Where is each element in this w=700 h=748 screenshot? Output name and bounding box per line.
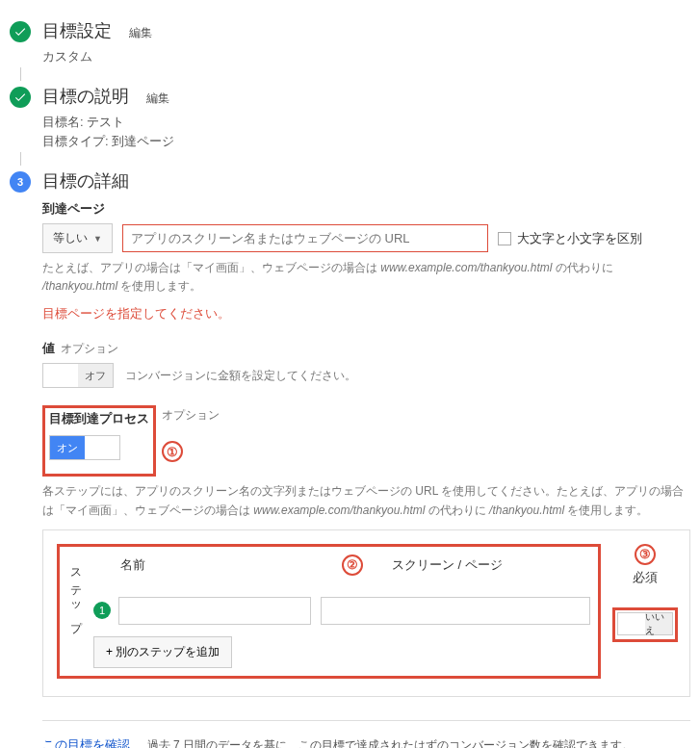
- case-sensitive-checkbox[interactable]: 大文字と小文字を区別: [498, 230, 642, 247]
- funnel-optional: オプション: [162, 408, 220, 422]
- connector: [20, 152, 21, 166]
- step1-subtitle: カスタム: [42, 48, 690, 65]
- required-toggle[interactable]: いいえ: [617, 612, 673, 635]
- annotation-2: ②: [342, 555, 363, 576]
- caret-down-icon: ▼: [93, 234, 102, 244]
- funnel-step-name-input[interactable]: [118, 597, 311, 625]
- step1-title: 目標設定: [42, 21, 112, 40]
- add-step-button[interactable]: + 別のステップを追加: [93, 636, 232, 668]
- match-type-value: 等しい: [53, 230, 88, 246]
- step2-done-icon: [10, 87, 31, 108]
- funnel-step-1-badge: 1: [93, 602, 111, 619]
- connector: [20, 67, 21, 81]
- match-type-dropdown[interactable]: 等しい ▼: [42, 223, 113, 253]
- funnel-step-screen-input[interactable]: [321, 597, 590, 625]
- annotation-3: ③: [635, 544, 656, 565]
- step1-done-icon: [10, 21, 31, 42]
- toggle-on-half: [43, 364, 78, 387]
- verify-goal-link[interactable]: この目標を確認: [42, 737, 130, 748]
- destination-error: 目標ページを指定してください。: [42, 305, 690, 322]
- destination-label: 到達ページ: [42, 200, 690, 218]
- destination-url-input[interactable]: [122, 224, 488, 252]
- funnel-label: 目標到達プロセス: [49, 410, 149, 427]
- annotation-box-3: いいえ: [612, 607, 678, 642]
- annotation-box-1: 目標到達プロセス オン: [42, 405, 156, 477]
- toggle-off-half: [85, 436, 119, 459]
- toggle-on-label: オン: [50, 436, 85, 459]
- col-required-label: 必須: [633, 569, 658, 586]
- step2-goal-name: 目標名: テスト: [42, 114, 690, 131]
- value-toggle[interactable]: オフ: [42, 363, 114, 388]
- toggle-off-label: オフ: [78, 364, 113, 387]
- annotation-1: ①: [162, 441, 183, 462]
- col-screen-label: スクリーン / ページ: [392, 556, 503, 574]
- destination-hint: たとえば、アプリの場合は「マイ画面」、ウェブページの場合は www.exampl…: [42, 259, 690, 296]
- annotation-box-2: ステップ 名前 ② スクリーン / ページ 1: [57, 544, 601, 679]
- col-step-label: ステップ: [67, 555, 84, 630]
- step3-title: 目標の詳細: [42, 171, 129, 191]
- funnel-hint: 各ステップには、アプリのスクリーン名の文字列またはウェブページの URL を使用…: [42, 482, 690, 519]
- step3-num-icon: 3: [10, 171, 31, 193]
- step2-goal-type: 目標タイプ: 到達ページ: [42, 133, 690, 150]
- funnel-steps-panel: ステップ 名前 ② スクリーン / ページ 1: [42, 529, 690, 697]
- toggle-yes-half: [618, 613, 645, 634]
- step2-edit-link[interactable]: 編集: [146, 91, 169, 105]
- case-sensitive-label: 大文字と小文字を区別: [517, 230, 642, 247]
- verify-desc: 過去 7 日間のデータを基に、この目標で達成されたはずのコンバージョン数を確認で…: [147, 738, 634, 748]
- value-hint: コンバージョンに金額を設定してください。: [125, 367, 356, 385]
- separator: [42, 720, 690, 721]
- value-label: 値オプション: [42, 340, 690, 357]
- checkbox-icon: [498, 232, 511, 245]
- funnel-toggle[interactable]: オン: [49, 435, 120, 460]
- step2-title: 目標の説明: [42, 87, 129, 106]
- toggle-no-label: いいえ: [645, 613, 672, 634]
- col-name-label: 名前: [120, 556, 313, 574]
- step1-edit-link[interactable]: 編集: [129, 26, 152, 39]
